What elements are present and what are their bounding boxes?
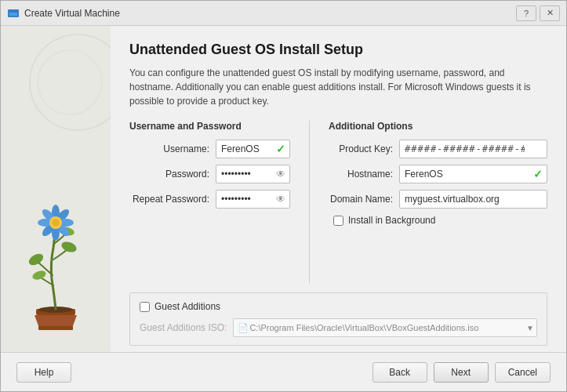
window-title: Create Virtual Machine — [24, 8, 516, 19]
product-key-wrapper — [399, 140, 547, 158]
product-key-label: Product Key: — [329, 143, 399, 154]
iso-input-wrapper: 📄 ▼ — [233, 318, 537, 337]
password-eye-icon[interactable]: 👁 — [276, 169, 285, 180]
product-key-input[interactable] — [399, 140, 547, 158]
window: Create Virtual Machine ? ✕ — [0, 0, 567, 392]
hostname-wrapper: ✓ — [399, 165, 547, 183]
form-area: Username and Password Username: ✓ Passwo… — [129, 121, 547, 283]
vertical-divider — [309, 121, 310, 283]
username-check-icon: ✓ — [276, 143, 285, 155]
back-button[interactable]: Back — [373, 362, 427, 383]
footer: Help Back Next Cancel — [1, 352, 566, 391]
next-button[interactable]: Next — [434, 362, 489, 383]
additional-options-title: Additional Options — [329, 121, 547, 132]
page-title: Unattended Guest OS Install Setup — [129, 42, 547, 58]
repeat-password-input-wrapper: 👁 — [216, 190, 290, 209]
svg-point-19 — [52, 219, 60, 227]
iso-row: Guest Additions ISO: 📄 ▼ — [140, 318, 537, 337]
right-panel: Unattended Guest OS Install Setup You ca… — [111, 26, 566, 352]
plant-illustration — [13, 193, 99, 336]
title-bar: Create Virtual Machine ? ✕ — [1, 1, 566, 26]
svg-point-7 — [60, 240, 78, 254]
svg-rect-2 — [9, 11, 17, 13]
username-input-wrapper: ✓ — [216, 140, 290, 158]
iso-path-input[interactable] — [233, 318, 537, 337]
password-input-wrapper: 👁 — [216, 165, 290, 183]
guest-additions-label[interactable]: Guest Additions — [154, 301, 220, 312]
cancel-button[interactable]: Cancel — [495, 362, 551, 383]
title-bar-controls: ? ✕ — [516, 5, 560, 21]
svg-rect-4 — [38, 326, 73, 330]
guest-additions-checkbox[interactable] — [140, 302, 150, 312]
username-row: Username: ✓ — [129, 140, 290, 158]
guest-additions-section: Guest Additions Guest Additions ISO: 📄 ▼ — [129, 292, 547, 346]
left-panel — [1, 26, 111, 352]
domain-name-label: Domain Name: — [329, 194, 399, 205]
install-background-row: Install in Background — [333, 215, 547, 226]
iso-label: Guest Additions ISO: — [140, 322, 227, 333]
credentials-section-title: Username and Password — [129, 121, 290, 132]
footer-left: Help — [16, 362, 71, 383]
file-icon: 📄 — [238, 323, 249, 333]
product-key-row: Product Key: — [329, 140, 547, 158]
password-label: Password: — [129, 169, 216, 180]
username-label: Username: — [129, 143, 216, 154]
repeat-password-eye-icon[interactable]: 👁 — [276, 194, 285, 205]
close-title-btn[interactable]: ✕ — [540, 5, 560, 21]
domain-name-row: Domain Name: — [329, 190, 547, 209]
content-area: Unattended Guest OS Install Setup You ca… — [1, 26, 566, 352]
hostname-check-icon: ✓ — [533, 168, 543, 180]
hostname-input[interactable] — [399, 165, 547, 183]
repeat-password-label: Repeat Password: — [129, 194, 216, 205]
repeat-password-row: Repeat Password: 👁 — [129, 190, 290, 209]
hostname-label: Hostname: — [329, 169, 399, 180]
hostname-row: Hostname: ✓ — [329, 165, 547, 183]
domain-name-wrapper — [399, 190, 547, 209]
help-button[interactable]: Help — [16, 362, 71, 383]
install-background-checkbox[interactable] — [333, 216, 343, 226]
credentials-section: Username and Password Username: ✓ Passwo… — [129, 121, 290, 283]
password-row: Password: 👁 — [129, 165, 290, 183]
help-title-btn[interactable]: ? — [516, 5, 536, 21]
app-icon — [7, 7, 20, 20]
footer-right: Back Next Cancel — [373, 362, 551, 383]
install-background-label[interactable]: Install in Background — [348, 215, 435, 226]
domain-name-input[interactable] — [399, 190, 547, 209]
iso-dropdown-icon[interactable]: ▼ — [526, 324, 534, 332]
guest-additions-checkbox-row: Guest Additions — [140, 301, 537, 312]
description-text: You can configure the unattended guest O… — [129, 66, 547, 108]
additional-options-section: Additional Options Product Key: Hostname… — [329, 121, 547, 283]
